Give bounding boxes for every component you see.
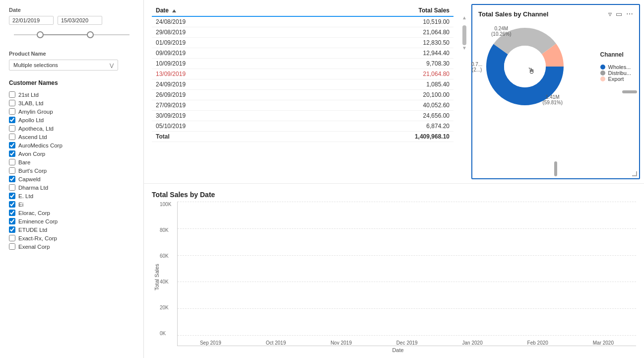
scroll-thumb[interactable]	[462, 25, 466, 45]
customer-checkbox[interactable]	[9, 134, 15, 140]
table-cell-date: 01/09/2019	[152, 38, 293, 48]
date-from-input[interactable]	[9, 16, 54, 25]
legend-title: Channel	[600, 51, 631, 58]
table-header-date[interactable]: Date	[152, 5, 293, 16]
donut-label-left: 0.7... (2...)	[471, 62, 482, 72]
more-options-icon[interactable]: ⋯	[626, 10, 633, 18]
scroll-down-arrow[interactable]: ▼	[462, 45, 467, 51]
x-axis-label: Mar 2020	[593, 340, 614, 346]
legend-item[interactable]: Wholes...	[600, 64, 631, 70]
table-row[interactable]: 05/10/20196,874.20	[152, 121, 453, 132]
table-cell-date: 27/09/2019	[152, 100, 293, 111]
customer-checkbox[interactable]	[9, 125, 15, 132]
slider-fill	[43, 34, 89, 35]
table-row[interactable]: 09/09/201912,944.40	[152, 48, 453, 59]
table-row[interactable]: 13/09/201921,064.80	[152, 69, 453, 79]
table-row[interactable]: 30/09/201924,656.00	[152, 111, 453, 121]
list-item: Apotheca, Ltd	[9, 124, 134, 133]
resize-handle-corner[interactable]	[632, 171, 637, 176]
customer-checkbox[interactable]	[9, 226, 15, 233]
product-filter-label: Product Name	[9, 51, 134, 57]
scroll-up-arrow[interactable]: ▲	[462, 15, 467, 20]
total-label: Total	[152, 132, 293, 142]
customer-name: Avon Corp	[18, 151, 45, 157]
legend-color-dot	[600, 76, 605, 81]
y-axis-tick: 20K	[160, 305, 177, 310]
customer-checkbox[interactable]	[9, 142, 15, 148]
customer-checkbox[interactable]	[9, 91, 15, 98]
customer-list: 21st Ltd3LAB, LtdAmylin GroupApollo LtdA…	[9, 90, 134, 251]
customer-filter-label: Customer Names	[9, 79, 134, 86]
filter-icon[interactable]: ▿	[608, 10, 612, 18]
table-cell-sales: 1,085.40	[293, 79, 453, 90]
customer-checkbox[interactable]	[9, 176, 15, 182]
table-scrollbar[interactable]: ▲ ▼	[461, 0, 467, 183]
main-content: Date Total Sales 24/08/201910,519.0029/0…	[144, 0, 644, 358]
resize-handle-right[interactable]	[622, 90, 637, 93]
slider-thumb-left[interactable]	[37, 31, 44, 38]
customer-name: ETUDE Ltd	[18, 227, 47, 233]
table-cell-date: 24/08/2019	[152, 16, 293, 27]
customer-checkbox[interactable]	[9, 108, 15, 115]
legend-item[interactable]: Export	[600, 76, 631, 82]
customer-name: E. Ltd	[18, 193, 33, 199]
customer-checkbox[interactable]	[9, 100, 15, 106]
resize-handle-bottom[interactable]	[554, 161, 557, 176]
table-row[interactable]: 26/09/201920,100.00	[152, 90, 453, 100]
date-inputs	[9, 16, 134, 25]
table-cell-sales: 6,874.20	[293, 121, 453, 132]
product-filter-section: Product Name Multiple selections ⋁	[9, 51, 134, 71]
customer-filter-section: Customer Names 21st Ltd3LAB, LtdAmylin G…	[9, 79, 134, 251]
date-range-slider[interactable]	[9, 28, 134, 42]
customer-checkbox[interactable]	[9, 117, 15, 123]
date-to-input[interactable]	[58, 16, 102, 25]
x-axis-labels: Sep 2019Oct 2019Nov 2019Dec 2019Jan 2020…	[178, 340, 636, 346]
customer-checkbox[interactable]	[9, 210, 15, 216]
customer-checkbox[interactable]	[9, 218, 15, 224]
table-cell-date: 30/09/2019	[152, 111, 293, 121]
y-axis-tick: 60K	[160, 253, 177, 259]
customer-checkbox[interactable]	[9, 201, 15, 208]
x-axis-label: Nov 2019	[330, 340, 352, 346]
table-row[interactable]: 29/08/201921,064.80	[152, 27, 453, 38]
customer-checkbox[interactable]	[9, 184, 15, 191]
table-cell-date: 05/10/2019	[152, 121, 293, 132]
customer-checkbox[interactable]	[9, 243, 15, 250]
customer-checkbox[interactable]	[9, 235, 15, 241]
y-axis-tick: 0K	[160, 331, 177, 336]
product-dropdown-value: Multiple selections	[13, 62, 58, 68]
table-cell-date: 26/09/2019	[152, 90, 293, 100]
donut-chart-title: Total Sales by Channel	[478, 10, 548, 18]
list-item: Eminence Corp	[9, 217, 134, 225]
customer-name: Exenal Corp	[18, 244, 50, 250]
date-filter-section: Date	[9, 7, 134, 42]
customer-name: Bare	[18, 159, 30, 165]
list-item: Apollo Ltd	[9, 116, 134, 124]
table-cell-sales: 24,656.00	[293, 111, 453, 121]
table-row[interactable]: 10/09/20199,708.30	[152, 59, 453, 69]
product-dropdown[interactable]: Multiple selections ⋁	[9, 60, 118, 71]
bar-chart-title: Total Sales by Date	[152, 191, 636, 199]
sales-table-area: Date Total Sales 24/08/201910,519.0029/0…	[144, 0, 461, 183]
expand-icon[interactable]: ▭	[616, 10, 622, 18]
list-item: Avon Corp	[9, 149, 134, 158]
chart-inner: 0K20K40K60K80K100K Sep 2019Oct 2019Nov 2…	[160, 202, 636, 353]
table-row[interactable]: 27/09/201940,052.60	[152, 100, 453, 111]
customer-checkbox[interactable]	[9, 150, 15, 157]
customer-checkbox[interactable]	[9, 159, 15, 165]
table-header-sales[interactable]: Total Sales	[293, 5, 453, 16]
customer-checkbox[interactable]	[9, 167, 15, 174]
customer-name: Elorac, Corp	[18, 210, 50, 216]
customer-name: Apotheca, Ltd	[18, 126, 54, 132]
table-cell-date: 10/09/2019	[152, 59, 293, 69]
table-row[interactable]: 24/08/201910,519.00	[152, 16, 453, 27]
table-row[interactable]: 24/09/20191,085.40	[152, 79, 453, 90]
chart-plot: Sep 2019Oct 2019Nov 2019Dec 2019Jan 2020…	[177, 202, 636, 346]
legend-item[interactable]: Distribu...	[600, 70, 631, 76]
slider-thumb-right[interactable]	[87, 31, 94, 38]
list-item: Ascend Ltd	[9, 133, 134, 141]
customer-checkbox[interactable]	[9, 193, 15, 199]
table-row[interactable]: 01/09/201912,830.50	[152, 38, 453, 48]
table-cell-sales: 21,064.80	[293, 27, 453, 38]
customer-name: Eminence Corp	[18, 218, 58, 224]
